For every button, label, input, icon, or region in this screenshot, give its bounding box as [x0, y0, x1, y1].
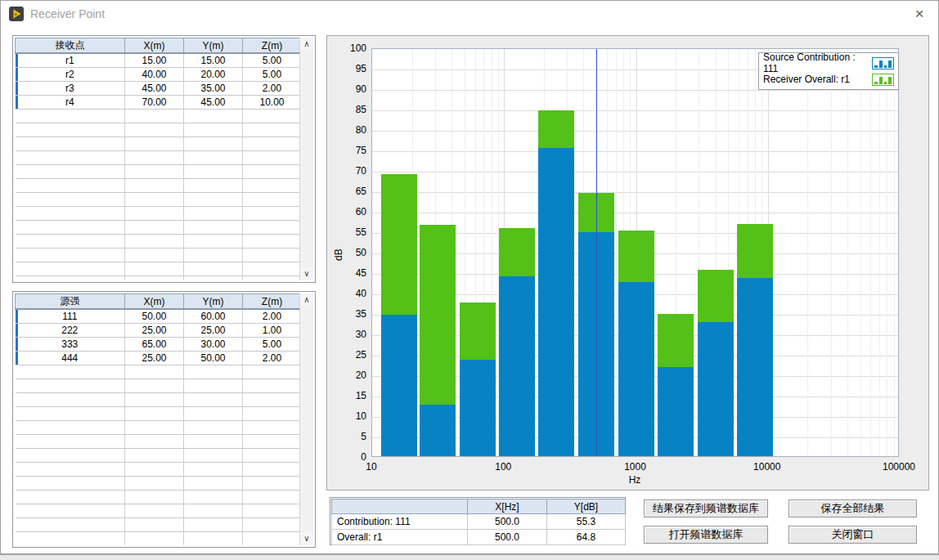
cursor-table-cell[interactable]: 64.8: [547, 530, 626, 545]
receiver-table-empty-row: [16, 248, 302, 262]
source-table-row[interactable]: 33365.0030.005.00: [16, 337, 302, 351]
receiver-table-cell: [16, 123, 125, 137]
legend-item-overall[interactable]: Receiver Overall: r1: [759, 71, 898, 87]
receiver-table-empty-row: [16, 276, 302, 280]
source-table-cell[interactable]: 65.00: [125, 337, 184, 351]
source-table-cell[interactable]: 444: [16, 351, 125, 365]
source-table-cell: [125, 462, 184, 476]
receiver-table-scrollbar[interactable]: ∧ ∨: [299, 38, 313, 280]
source-table-scrollbar[interactable]: ∧ ∨: [299, 293, 313, 545]
cursor-table-cell[interactable]: 500.0: [468, 514, 547, 530]
receiver-table-cell[interactable]: r3: [16, 81, 125, 95]
source-table-cell[interactable]: 5.00: [243, 337, 302, 351]
contribution-bar: [698, 322, 734, 458]
source-table-cell[interactable]: 25.00: [125, 351, 184, 365]
scroll-up-icon[interactable]: ∧: [300, 293, 313, 307]
y-tick-label: 80: [334, 124, 366, 136]
receiver-table-row[interactable]: r345.0035.002.00: [16, 81, 302, 95]
cursor-table-cell[interactable]: Contribution: 111: [332, 514, 468, 530]
source-table-cell: [125, 531, 184, 545]
contribution-bar: [658, 367, 694, 458]
source-table-cell[interactable]: 2.00: [243, 309, 302, 323]
source-table-cell[interactable]: 50.00: [125, 309, 184, 323]
y-tick-label: 55: [334, 226, 366, 238]
y-tick-label: 5: [334, 431, 366, 442]
source-table-cell: [243, 531, 302, 545]
receiver-table-cell[interactable]: 20.00: [184, 67, 243, 81]
cursor-table-row[interactable]: Contribution: 111500.055.3: [332, 514, 626, 530]
source-table: 源强X(m)Y(m)Z(m) 11150.0060.002.0022225.00…: [15, 293, 301, 545]
source-table-cell: [184, 365, 243, 379]
y-tick-label: 70: [334, 165, 366, 177]
source-table-empty-row: [16, 365, 302, 379]
cursor-line[interactable]: [596, 49, 597, 456]
labview-app-icon: +: [9, 7, 24, 21]
source-table-cell: [16, 504, 125, 517]
scroll-up-icon[interactable]: ∧: [300, 38, 313, 51]
source-table-cell[interactable]: 2.00: [243, 351, 302, 365]
receiver-table-cell: [184, 178, 243, 192]
receiver-table-cell[interactable]: 40.00: [125, 67, 184, 81]
source-table-cell: [125, 504, 184, 517]
close-icon[interactable]: ×: [907, 4, 932, 24]
source-table-cell: [125, 365, 184, 379]
source-table-cell[interactable]: 50.00: [184, 351, 243, 365]
contribution-bar: [499, 276, 535, 458]
source-table-empty-row: [16, 531, 302, 545]
receiver-table-cell: [16, 206, 125, 220]
cursor-table-cell[interactable]: 500.0: [468, 530, 547, 545]
source-table-cell[interactable]: 111: [16, 309, 125, 323]
source-table-empty-row: [16, 448, 302, 462]
save-all-results-button[interactable]: 保存全部结果: [788, 500, 917, 517]
receiver-table-cell[interactable]: 45.00: [184, 95, 243, 109]
receiver-table-row[interactable]: r115.0015.005.00: [16, 53, 302, 67]
source-table-cell: [16, 365, 125, 379]
source-table-empty-row: [16, 490, 302, 504]
gridline: [879, 49, 880, 456]
receiver-table-cell[interactable]: 15.00: [184, 53, 243, 67]
save-results-to-spectrum-db-button[interactable]: 结果保存到频谱数据库: [644, 500, 768, 517]
receiver-table-cell: [184, 123, 243, 137]
source-table-cell[interactable]: 1.00: [243, 323, 302, 337]
receiver-table-cell[interactable]: 15.00: [125, 53, 184, 67]
receiver-table-cell[interactable]: 10.00: [243, 95, 302, 109]
scroll-down-icon[interactable]: ∨: [300, 267, 313, 280]
close-window-button[interactable]: 关闭窗口: [788, 526, 917, 544]
source-table-cell[interactable]: 222: [16, 323, 125, 337]
receiver-table-cell: [184, 164, 243, 178]
cursor-table-cell[interactable]: 55.3: [547, 514, 626, 530]
source-table-cell: [16, 434, 125, 448]
receiver-table-row[interactable]: r240.0020.005.00: [16, 67, 302, 81]
source-table-row[interactable]: 11150.0060.002.00: [16, 309, 302, 323]
receiver-table-cell[interactable]: 35.00: [184, 81, 243, 95]
receiver-table-cell: [125, 206, 184, 220]
source-table-cell[interactable]: 333: [16, 337, 125, 351]
contribution-bar: [460, 360, 496, 457]
source-table-cell[interactable]: 30.00: [184, 337, 243, 351]
scroll-down-icon[interactable]: ∨: [300, 532, 313, 545]
receiver-table-cell[interactable]: r2: [16, 67, 125, 81]
receiver-table-cell[interactable]: 5.00: [243, 53, 302, 67]
source-table-cell[interactable]: 60.00: [184, 309, 243, 323]
receiver-point-window: + Receiver Point × 接收点X(m)Y(m)Z(m) r115.…: [0, 0, 939, 554]
receiver-table-row[interactable]: r470.0045.0010.00: [16, 95, 302, 109]
cursor-table-cell[interactable]: Overall: r1: [332, 530, 468, 545]
receiver-table-cell[interactable]: 5.00: [243, 67, 302, 81]
source-table-cell[interactable]: 25.00: [184, 323, 243, 337]
receiver-table-cell[interactable]: r4: [16, 95, 125, 109]
receiver-table-cell[interactable]: 2.00: [243, 81, 302, 95]
plot-area[interactable]: [371, 48, 899, 457]
source-table-empty-row: [16, 517, 302, 531]
receiver-table-cell[interactable]: 70.00: [125, 95, 184, 109]
open-spectrum-db-button[interactable]: 打开频谱数据库: [644, 526, 768, 544]
cursor-table-header-cell: [332, 500, 468, 514]
source-table-row[interactable]: 22225.0025.001.00: [16, 323, 302, 337]
source-table-header-cell: 源强: [16, 294, 125, 310]
source-table-cell[interactable]: 25.00: [125, 323, 184, 337]
receiver-table-cell: [243, 123, 302, 137]
receiver-table-cell[interactable]: r1: [16, 53, 125, 67]
receiver-table-cell[interactable]: 45.00: [125, 81, 184, 95]
cursor-table-row[interactable]: Overall: r1500.064.8: [332, 530, 626, 545]
source-table-row[interactable]: 44425.0050.002.00: [16, 351, 302, 365]
legend-item-contribution[interactable]: Source Contribution : 111: [759, 55, 898, 71]
